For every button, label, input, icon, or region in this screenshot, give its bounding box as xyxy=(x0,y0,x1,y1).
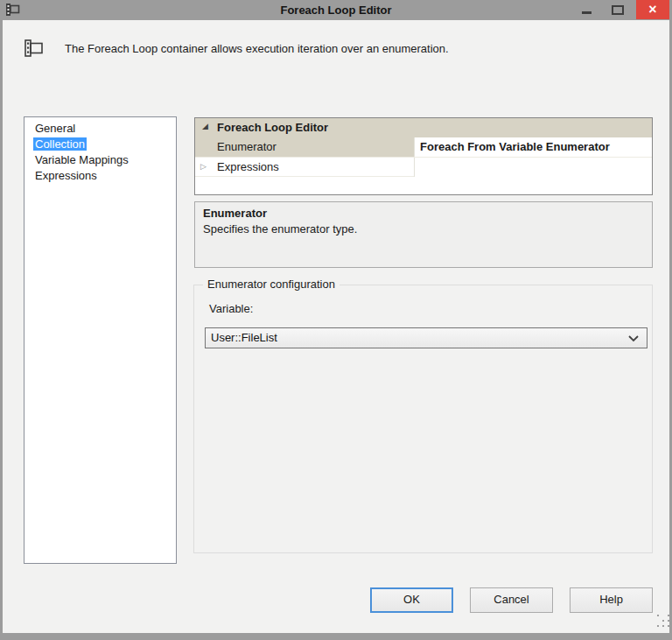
cancel-button[interactable]: Cancel xyxy=(470,587,553,613)
enumerator-configuration-group: Enumerator configuration Variable: User:… xyxy=(193,285,653,553)
sidebar-item-collection[interactable]: Collection xyxy=(35,137,176,151)
collapse-icon[interactable]: ◢ xyxy=(202,122,208,130)
help-button[interactable]: Help xyxy=(570,587,653,613)
property-row-expressions[interactable]: ▷ Expressions xyxy=(195,157,652,176)
minimize-button[interactable] xyxy=(573,0,601,19)
property-row-enumerator[interactable]: Enumerator Foreach From Variable Enumera… xyxy=(195,137,652,157)
sidebar-item-variable-mappings[interactable]: Variable Mappings xyxy=(35,153,176,167)
window-title: Foreach Loop Editor xyxy=(0,0,672,20)
foreach-loop-banner-icon xyxy=(24,39,44,58)
close-button[interactable]: × xyxy=(636,0,669,19)
description-title: Enumerator xyxy=(203,207,644,220)
property-name: Expressions xyxy=(195,158,414,177)
close-icon: × xyxy=(648,2,656,17)
sidebar-item-general[interactable]: General xyxy=(35,122,176,136)
property-grid: ◢ Foreach Loop Editor Enumerator Foreach… xyxy=(194,117,653,195)
maximize-icon xyxy=(612,5,624,15)
property-value[interactable]: Foreach From Variable Enumerator xyxy=(414,137,652,157)
minimize-icon xyxy=(582,11,592,14)
combobox-value: User::FileList xyxy=(211,331,277,344)
titlebar[interactable]: Foreach Loop Editor × xyxy=(0,0,672,20)
page-list[interactable]: General Collection Variable Mappings Exp… xyxy=(24,116,177,564)
dialog-description: The Foreach Loop container allows execut… xyxy=(65,42,449,55)
sidebar-item-expressions[interactable]: Expressions xyxy=(35,169,176,183)
property-name: Enumerator xyxy=(195,137,414,157)
resize-grip[interactable] xyxy=(657,615,659,616)
group-legend: Enumerator configuration xyxy=(203,278,340,291)
chevron-down-icon xyxy=(628,335,639,342)
property-value[interactable] xyxy=(414,158,652,177)
property-grid-empty-area xyxy=(195,176,652,193)
ok-button[interactable]: OK xyxy=(370,587,453,613)
description-text: Specifies the enumerator type. xyxy=(203,222,644,236)
property-description-panel: Enumerator Specifies the enumerator type… xyxy=(194,201,653,268)
foreach-loop-editor-dialog: Foreach Loop Editor × The Foreach Loop c… xyxy=(0,0,672,640)
category-label: Foreach Loop Editor xyxy=(217,121,328,134)
selected-item-highlight: Collection xyxy=(33,137,87,151)
variable-label: Variable: xyxy=(209,302,253,315)
property-grid-category-row[interactable]: ◢ Foreach Loop Editor xyxy=(195,118,652,137)
variable-combobox[interactable]: User::FileList xyxy=(205,327,648,348)
maximize-button[interactable] xyxy=(604,0,632,19)
